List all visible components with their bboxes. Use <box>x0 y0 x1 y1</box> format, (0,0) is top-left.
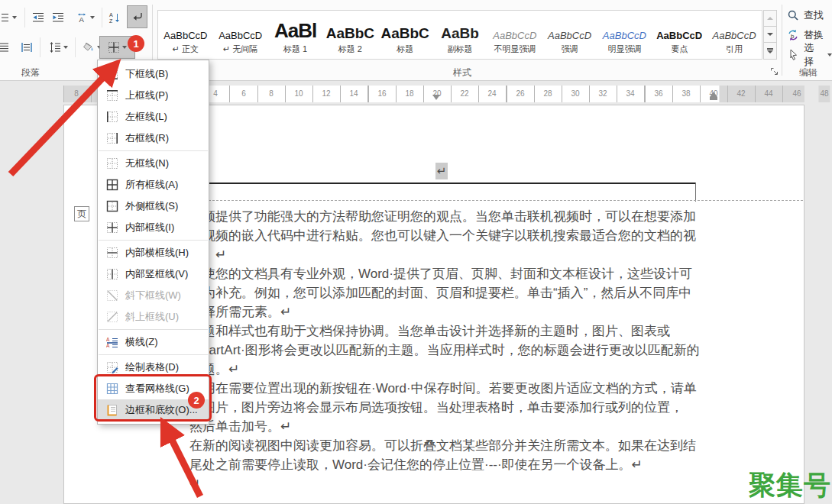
menu-separator <box>99 150 208 151</box>
menu-item-bottom-border[interactable]: 下框线(B) <box>98 63 209 85</box>
style-sample: AaBbCcD <box>603 31 646 40</box>
menu-item-inside-borders[interactable]: 内部框线(I) <box>98 217 209 238</box>
divider <box>40 37 40 57</box>
svg-text:b: b <box>791 33 795 40</box>
line-spacing-icon <box>49 41 61 53</box>
menu-item-horizontal-line[interactable]: AA 横线(Z) <box>98 331 209 353</box>
draw-table-icon <box>106 361 118 373</box>
style-sample: AaBl <box>274 21 316 40</box>
triangle-down-icon <box>767 50 773 53</box>
document-body-text[interactable]: 视频提供了功能强大的方法帮助您证明您的观点。当您单击联机视频时，可以在想要添加 … <box>189 207 700 493</box>
menu-item-diagonal-up-border: 斜上框线(U) <box>98 306 209 328</box>
style-gallery: AaBbCcD↵ 正文 AaBbCcD↵ 无间隔 AaBl标题 1 AaBbC标… <box>157 10 762 60</box>
menu-item-label: 所有框线(A) <box>125 178 178 192</box>
line-spacing-button[interactable] <box>43 36 73 59</box>
style-subtle-emphasis[interactable]: AaBbCcD不明显强调 <box>487 11 542 59</box>
style-strong[interactable]: AaBbCcD要点 <box>652 11 707 59</box>
document-text-line: 主题。↵ <box>189 360 700 379</box>
style-label: 要点 <box>671 44 688 55</box>
document-text-line: 在新的阅读视图中阅读更加容易。可以折叠文档某些部分并关注所需文本。如果在达到结 <box>189 436 700 455</box>
document-text-line: 尾处之前需要停止读取，Word·会记住您的停止位置·--·即使在另一个设备上。↵ <box>189 455 700 474</box>
find-label: 查找 <box>804 8 824 22</box>
style-sample: AaBbCcD <box>163 31 207 40</box>
document-text-line: SmartArt·图形将会更改以匹配新的主题。当应用样式时，您的标题会进行更改以… <box>189 341 700 360</box>
inside-horizontal-border-icon <box>106 247 118 259</box>
select-button[interactable]: 选择 <box>787 46 832 64</box>
asian-layout-icon: A <box>76 11 88 24</box>
justify-button[interactable] <box>0 36 14 59</box>
menu-item-no-border[interactable]: 无框线(N) <box>98 153 209 174</box>
style-subtitle[interactable]: AaBb副标题 <box>432 11 487 59</box>
document-text-line: 利用在需要位置出现的新按钮在·Word·中保存时间。若要更改图片适应文档的方式，… <box>189 379 700 398</box>
style-label: ↵ 正文 <box>173 44 199 55</box>
menu-item-left-border[interactable]: 左框线(L) <box>98 106 209 128</box>
chevron-down-icon <box>827 53 832 57</box>
document-text-line: 视频提供了功能强大的方法帮助您证明您的观点。当您单击联机视频时，可以在想要添加 <box>189 207 700 226</box>
style-label: ↵ 无间隔 <box>223 44 257 55</box>
gallery-scroll-up-button[interactable] <box>763 10 777 27</box>
menu-item-inside-horizontal-border[interactable]: 内部横框线(H) <box>98 242 209 263</box>
style-emphasis[interactable]: AaBbCcD强调 <box>542 11 597 59</box>
outside-borders-icon <box>106 200 118 212</box>
justify-icon <box>0 41 9 53</box>
right-indent-marker[interactable] <box>710 92 717 97</box>
horizontal-line-icon: AA <box>106 336 118 348</box>
search-icon <box>787 9 799 21</box>
select-label: 选择 <box>804 41 823 69</box>
show-hide-marks-button[interactable] <box>127 5 147 28</box>
style-label: 副标题 <box>447 44 472 55</box>
decrease-indent-button[interactable] <box>28 6 48 29</box>
chevron-down-icon <box>63 46 68 49</box>
style-label: 强调 <box>562 44 578 55</box>
ruler-number: 36 <box>652 86 664 102</box>
ruler-number: 6 <box>240 86 248 102</box>
style-sample: AaBbC <box>326 26 374 40</box>
borders-icon <box>108 41 120 53</box>
menu-item-label: 外侧框线(S) <box>125 199 178 213</box>
style-sample: AaBbCcD <box>712 31 756 40</box>
increase-indent-button[interactable] <box>48 6 68 29</box>
gallery-more-button[interactable] <box>763 42 777 60</box>
more-bar-icon <box>767 48 773 50</box>
sort-button[interactable]: AZ <box>105 6 125 29</box>
multilevel-list-button[interactable] <box>0 6 20 29</box>
first-line-indent-marker[interactable] <box>432 95 440 100</box>
style-heading-2[interactable]: AaBbC标题 2 <box>322 11 377 59</box>
style-title[interactable]: AaBbC标题 <box>377 11 432 59</box>
distribute-button[interactable] <box>16 36 37 59</box>
site-watermark: 聚集号 <box>749 467 831 503</box>
ruler-number: 24 <box>486 86 497 102</box>
diagonal-down-border-icon <box>106 289 118 302</box>
asian-layout-button[interactable]: A <box>70 6 99 29</box>
right-indent-marker-base <box>710 97 717 100</box>
right-border-icon <box>106 132 118 144</box>
style-label: 标题 2 <box>338 44 362 55</box>
inside-borders-icon <box>106 221 118 234</box>
menu-item-outside-borders[interactable]: 外侧框线(S) <box>98 195 209 217</box>
svg-text:Z: Z <box>109 18 113 24</box>
style-heading-1[interactable]: AaBl标题 1 <box>268 11 323 59</box>
document-text-line: 主题和样式也有助于文档保持协调。当您单击设计并选择新的主题时，图片、图表或 <box>189 321 700 341</box>
style-normal[interactable]: AaBbCcD↵ 正文 <box>158 11 213 59</box>
style-intense-emphasis[interactable]: AaBbCcD明显强调 <box>597 11 652 59</box>
menu-item-label: 横线(Z) <box>125 335 158 349</box>
document-text-line: 的视频的嵌入代码中进行粘贴。您也可以键入一个关键字以联机搜索最适合您的文档的视 <box>189 226 700 245</box>
find-button[interactable]: 查找 <box>787 6 824 24</box>
menu-item-right-border[interactable]: 右框线(R) <box>98 128 209 149</box>
document-text-line: ↵ <box>189 474 700 493</box>
menu-item-all-borders[interactable]: 所有框线(A) <box>98 174 209 195</box>
divider <box>102 8 102 27</box>
ruler-number: 44 <box>762 86 774 102</box>
ruler-number: 18 <box>403 86 415 102</box>
menu-item-top-border[interactable]: 上框线(P) <box>98 85 209 106</box>
ruler-number: 4 <box>212 86 219 102</box>
menu-item-inside-vertical-border[interactable]: 内部竖框线(V) <box>98 263 209 285</box>
menu-separator <box>99 329 208 330</box>
svg-text:A: A <box>106 343 110 348</box>
gallery-scroll-down-button[interactable] <box>763 26 777 43</box>
style-quote[interactable]: AaBbCcD引用 <box>707 11 762 59</box>
styles-dialog-launcher-icon[interactable] <box>770 67 779 76</box>
shading-bucket-icon <box>83 41 95 53</box>
style-no-spacing[interactable]: AaBbCcD↵ 无间隔 <box>213 11 268 59</box>
menu-item-label: 绘制表格(D) <box>125 360 179 374</box>
